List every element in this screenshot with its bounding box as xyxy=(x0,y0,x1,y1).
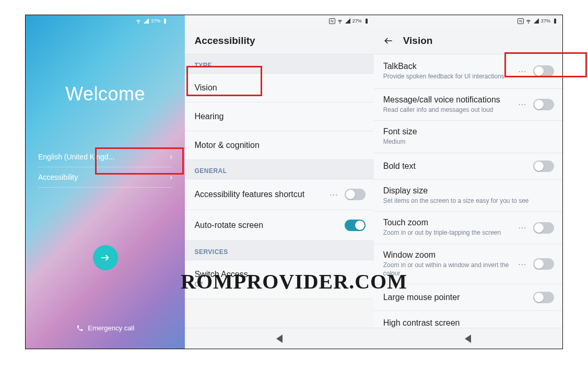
row-touch-zoom[interactable]: Touch zoom Zoom in or out by triple-tapp… xyxy=(374,212,562,244)
toggle-touch-zoom[interactable] xyxy=(533,222,554,234)
row-large-mouse[interactable]: Large mouse pointer xyxy=(374,284,562,311)
chevron-right-icon: › xyxy=(170,152,172,162)
tutorial-collage: 27% Welcome English (United Kingd... › A… xyxy=(25,15,563,349)
back-icon[interactable] xyxy=(383,36,394,46)
row-sub: Read caller info and messages out loud xyxy=(383,106,512,114)
row-label: Window zoom xyxy=(383,250,512,260)
nfc-icon: N xyxy=(518,18,524,24)
row-high-contrast[interactable]: High contrast screen xyxy=(374,311,562,328)
row-label: Message/call voice notifications xyxy=(383,95,512,105)
emergency-label: Emergency call xyxy=(88,324,134,332)
row-label: Font size xyxy=(383,127,554,136)
row-hearing[interactable]: Hearing xyxy=(185,102,373,131)
accessibility-header: Accessibility xyxy=(185,26,373,54)
row-talkback[interactable]: TalkBack Provide spoken feedback for UI … xyxy=(374,54,562,89)
wifi-icon xyxy=(135,18,142,24)
battery-text: 27% xyxy=(352,18,362,24)
emergency-call[interactable]: Emergency call xyxy=(26,324,185,332)
row-label: Hearing xyxy=(194,112,365,121)
toggle-large-mouse[interactable] xyxy=(533,292,554,303)
language-label: English (United Kingd... xyxy=(38,153,114,161)
accessibility-row[interactable]: Accessibility › xyxy=(38,167,172,188)
toggle-features-shortcut[interactable] xyxy=(345,189,366,200)
battery-text: 27% xyxy=(541,18,550,24)
status-bar: 27% xyxy=(38,15,172,26)
wifi-icon xyxy=(525,18,532,24)
battery-icon xyxy=(162,18,168,24)
battery-icon xyxy=(552,18,558,24)
row-label: Switch Access xyxy=(194,270,365,279)
row-switch-access[interactable]: Switch Access Off xyxy=(185,260,373,299)
row-label: Touch zoom xyxy=(383,218,512,227)
accessibility-label: Accessibility xyxy=(38,173,78,181)
toggle-bold-text[interactable] xyxy=(533,160,554,172)
toggle-msg-voice[interactable] xyxy=(533,99,554,110)
section-label-general: GENERAL xyxy=(185,160,373,179)
row-sub: Provide spoken feedback for UI interacti… xyxy=(383,73,512,81)
row-features-shortcut[interactable]: Accessibility features shortcut ⋯ xyxy=(185,179,373,210)
row-sub: Zoom in or out within a window and inver… xyxy=(383,261,512,278)
row-sub: Medium xyxy=(383,138,554,146)
more-icon: ⋯ xyxy=(518,223,527,233)
phone-icon xyxy=(76,325,84,332)
section-label-services: SERVICES xyxy=(185,241,373,260)
row-sub: Off xyxy=(194,281,365,289)
next-button[interactable] xyxy=(93,245,118,270)
vision-header: Vision xyxy=(374,26,562,54)
row-label: Large mouse pointer xyxy=(383,293,527,302)
row-label: Motor & cognition xyxy=(194,141,365,150)
row-label: Display size xyxy=(383,186,554,196)
row-label: Auto-rotate screen xyxy=(194,221,338,230)
more-icon: ⋯ xyxy=(518,259,527,269)
nav-back-button[interactable] xyxy=(276,335,283,343)
phone-vision: N 27% Vision TalkBack Provide spoken fee… xyxy=(374,15,562,349)
welcome-title: Welcome xyxy=(38,83,172,105)
nav-bar xyxy=(374,328,562,349)
row-display-size[interactable]: Display size Set items on the screen to … xyxy=(374,180,562,212)
signal-icon xyxy=(143,18,149,24)
language-row[interactable]: English (United Kingd... › xyxy=(38,147,172,167)
row-label: Vision xyxy=(194,83,365,93)
more-icon: ⋯ xyxy=(330,190,338,200)
toggle-window-zoom[interactable] xyxy=(533,258,554,270)
row-sub: Zoom in or out by triple-tapping the scr… xyxy=(383,229,512,237)
status-bar: N 27% xyxy=(374,15,562,26)
row-font-size[interactable]: Font size Medium xyxy=(374,121,562,153)
phone-welcome: 27% Welcome English (United Kingd... › A… xyxy=(26,15,185,349)
battery-icon xyxy=(363,18,370,24)
row-label: TalkBack xyxy=(383,62,512,71)
row-autorotate[interactable]: Auto-rotate screen xyxy=(185,210,373,241)
row-label: High contrast screen xyxy=(383,318,554,328)
row-bold-text[interactable]: Bold text xyxy=(374,153,562,180)
nav-bar xyxy=(185,328,373,349)
row-msg-voice[interactable]: Message/call voice notifications Read ca… xyxy=(374,89,562,121)
row-motor[interactable]: Motor & cognition xyxy=(185,131,373,160)
row-sub: Set items on the screen to a size easy f… xyxy=(383,197,554,205)
row-label: Bold text xyxy=(383,162,527,171)
more-icon: ⋯ xyxy=(518,66,527,76)
row-window-zoom[interactable]: Window zoom Zoom in or out within a wind… xyxy=(374,244,562,284)
battery-text: 27% xyxy=(151,18,160,24)
nav-back-button[interactable] xyxy=(465,335,471,343)
phone-accessibility: N 27% Accessibility TYPE Vision Hearing … xyxy=(185,15,373,349)
more-icon: ⋯ xyxy=(518,99,527,109)
section-label-type: TYPE xyxy=(185,54,373,74)
toggle-talkback[interactable] xyxy=(533,65,554,77)
status-bar: N 27% xyxy=(185,15,373,26)
row-vision[interactable]: Vision xyxy=(185,74,373,102)
signal-icon xyxy=(533,18,539,24)
toggle-autorotate[interactable] xyxy=(345,220,366,231)
nfc-icon: N xyxy=(329,18,335,24)
chevron-right-icon: › xyxy=(170,172,172,182)
page-title: Vision xyxy=(403,35,433,47)
wifi-icon xyxy=(337,18,343,24)
page-title: Accessibility xyxy=(194,35,255,47)
row-label: Accessibility features shortcut xyxy=(194,190,323,199)
signal-icon xyxy=(345,18,351,24)
arrow-right-icon xyxy=(100,252,111,263)
